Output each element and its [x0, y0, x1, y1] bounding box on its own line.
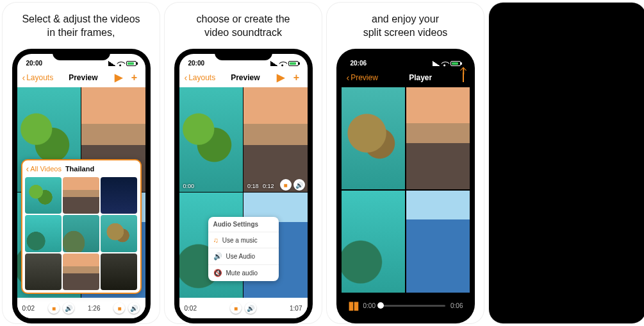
share-button[interactable] — [463, 73, 464, 82]
video-pane-bottom-right — [406, 191, 470, 293]
popover-item-label: Mute audio — [226, 270, 258, 277]
nav-bar: ‹ Layouts Preview ▶ + — [17, 68, 145, 87]
player-content: ▮▮ 0:00 0:06 — [342, 87, 470, 318]
chevron-left-icon: ‹ — [22, 73, 26, 82]
status-indicators — [108, 60, 136, 67]
chevron-left-icon: ‹ — [185, 73, 188, 82]
time-total: 1:26 — [88, 305, 100, 312]
phone-frame: 20:00 ‹ Layouts Preview ▶ + — [12, 49, 151, 323]
video-thumb[interactable] — [63, 177, 99, 214]
screen: 20:06 ‹ Preview Player — [342, 54, 470, 318]
pane-time: 0:12 — [260, 183, 277, 189]
nav-title: Player — [409, 73, 432, 82]
screenshot-caption: and enjoy your split screen videos — [354, 3, 457, 50]
status-time: 20:06 — [351, 60, 367, 67]
picker-header: ‹ All Videos Thailand — [22, 160, 140, 177]
nav-back-button[interactable]: ‹ Layouts — [22, 73, 54, 82]
screenshot-2: choose or create the video soundtrack 20… — [165, 3, 322, 323]
screen: 20:00 ‹ Layouts Preview ▶ + — [179, 54, 308, 318]
signal-icon — [270, 61, 278, 66]
audio-button-2[interactable]: 🔊 — [128, 302, 140, 314]
screenshot-3: and enjoy your split screen videos 20:06… — [327, 3, 484, 323]
seek-thumb[interactable] — [377, 302, 384, 309]
video-pane-bottom-left — [342, 191, 405, 293]
nav-back-label: Preview — [351, 73, 378, 82]
play-button[interactable]: ▶ — [113, 72, 124, 83]
share-icon — [463, 73, 464, 82]
picker-back-button[interactable]: ‹ All Videos — [26, 164, 62, 173]
battery-icon — [126, 61, 136, 66]
video-thumb[interactable] — [25, 177, 62, 214]
video-pane-top-left — [342, 87, 405, 189]
battery-icon — [450, 61, 461, 66]
pause-button[interactable]: ▮▮ — [348, 298, 358, 313]
timeline-bar: 0:02 ■ 🔊 1:07 — [179, 298, 308, 318]
nav-title: Preview — [231, 73, 260, 82]
video-thumb[interactable] — [63, 253, 99, 290]
audio-button[interactable]: 🔊 — [63, 302, 74, 314]
wifi-icon — [116, 59, 125, 68]
time-current: 0:02 — [22, 305, 35, 312]
popover-item-mute-audio[interactable]: 🔇 Mute audio — [208, 265, 279, 281]
time-total: 1:07 — [290, 305, 302, 312]
picker-title: Thailand — [65, 165, 94, 173]
chevron-left-icon: ‹ — [26, 164, 29, 173]
signal-icon — [108, 61, 116, 66]
music-note-icon: ♫ — [213, 236, 219, 244]
picker-grid — [22, 177, 140, 293]
popover-title: Audio Settings — [208, 217, 279, 232]
audio-button[interactable]: 🔊 — [245, 302, 256, 314]
player-controls: ▮▮ 0:00 0:06 — [342, 293, 470, 318]
speaker-icon: 🔊 — [213, 252, 222, 261]
video-pane-top-left[interactable]: 0:00 — [179, 87, 244, 193]
video-thumb[interactable] — [101, 177, 137, 214]
screen: 20:00 ‹ Layouts Preview ▶ + — [17, 54, 145, 318]
popover-item-use-audio[interactable]: 🔊 Use Audio — [208, 248, 279, 265]
screenshot-caption: choose or create the video soundtrack — [188, 3, 299, 50]
video-pane-top-right — [406, 87, 470, 189]
pane-record-button[interactable]: ■ — [280, 179, 292, 191]
preview-content: 0:02 ■ 🔊 1:26 ■ 🔊 — [17, 87, 145, 318]
video-thumb[interactable] — [25, 215, 62, 252]
timeline-bar: 0:02 ■ 🔊 1:26 ■ 🔊 — [17, 298, 145, 318]
pane-time: 0:00 — [181, 183, 197, 189]
nav-bar: ‹ Layouts Preview ▶ + — [179, 68, 308, 87]
signal-icon — [433, 61, 440, 66]
audio-settings-popover: Audio Settings ♫ Use a music 🔊 Use Audio… — [208, 217, 279, 281]
wifi-icon — [440, 59, 449, 68]
video-thumb[interactable] — [25, 253, 62, 290]
status-time: 20:00 — [188, 60, 205, 67]
split-grid — [342, 87, 470, 293]
nav-back-button[interactable]: ‹ Layouts — [185, 73, 216, 82]
nav-bar: ‹ Preview Player — [342, 68, 470, 87]
add-button[interactable]: + — [290, 72, 302, 83]
status-indicators — [270, 60, 299, 67]
popover-item-label: Use a music — [222, 237, 258, 244]
phone-frame: 20:00 ‹ Layouts Preview ▶ + — [174, 49, 313, 323]
video-pane-top-right[interactable]: 0:18 ■ 🔊 0:12 — [244, 87, 308, 193]
notch — [377, 49, 434, 60]
record-button[interactable]: ■ — [48, 302, 60, 314]
video-thumb[interactable] — [101, 253, 137, 290]
pane-audio-button[interactable]: 🔊 — [293, 179, 305, 191]
notch — [215, 49, 272, 60]
video-picker: ‹ All Videos Thailand — [21, 159, 142, 294]
status-indicators — [433, 60, 461, 67]
record-button[interactable]: ■ — [230, 302, 242, 314]
nav-back-button[interactable]: ‹ Preview — [347, 73, 378, 82]
nav-title: Preview — [69, 73, 97, 82]
add-button[interactable]: + — [128, 72, 140, 83]
pane-time: 0:18 — [245, 183, 261, 189]
seek-slider[interactable] — [381, 305, 445, 307]
play-button[interactable]: ▶ — [275, 72, 286, 83]
status-time: 20:00 — [26, 60, 43, 67]
nav-back-label: Layouts — [26, 73, 53, 82]
popover-item-use-music[interactable]: ♫ Use a music — [208, 232, 279, 248]
battery-icon — [288, 61, 299, 66]
time-current: 0:00 — [363, 302, 376, 309]
video-thumb[interactable] — [63, 215, 99, 252]
record-button-2[interactable]: ■ — [113, 302, 125, 314]
time-total: 0:06 — [450, 302, 463, 309]
chevron-left-icon: ‹ — [347, 73, 350, 82]
video-thumb[interactable] — [101, 215, 137, 252]
